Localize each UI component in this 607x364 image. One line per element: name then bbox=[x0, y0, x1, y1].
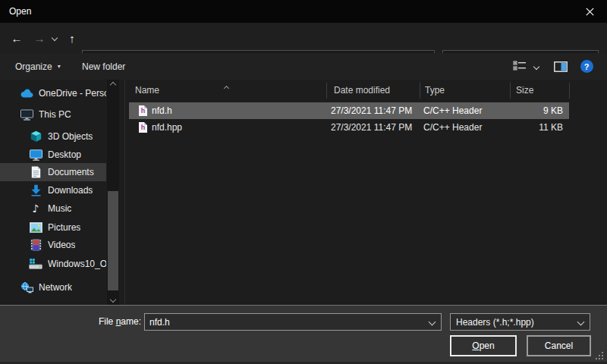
navigation-bar: ← → ↑ « GitHub › nativefiledialog › src … bbox=[0, 23, 607, 53]
chevron-down-icon bbox=[577, 318, 585, 326]
window-title: Open bbox=[9, 6, 31, 17]
sidebar-item-onedrive[interactable]: OneDrive - Persor bbox=[0, 84, 106, 102]
file-type-value: Headers (*.h;*.hpp) bbox=[451, 317, 534, 328]
back-icon: ← bbox=[11, 32, 23, 45]
header-file-icon: h bbox=[139, 105, 147, 116]
main-area: OneDrive - Persor This PC 3D Objects Des… bbox=[0, 80, 607, 305]
file-name-combobox[interactable] bbox=[144, 313, 442, 331]
titlebar: Open bbox=[0, 0, 607, 23]
help-button[interactable]: ? bbox=[577, 53, 596, 80]
onedrive-cloud-icon bbox=[20, 89, 33, 98]
sidebar-item-label: OneDrive - Persor bbox=[39, 88, 106, 99]
dropdown-arrow-icon: ▾ bbox=[58, 63, 61, 70]
scroll-down-button[interactable] bbox=[107, 294, 119, 305]
file-row-nfd-hpp[interactable]: h nfd.hpp 27/3/2021 11:47 PM C/C++ Heade… bbox=[129, 119, 569, 136]
preview-pane-button[interactable] bbox=[551, 53, 571, 80]
pictures-icon bbox=[29, 222, 42, 233]
sidebar-item-downloads[interactable]: Downloads bbox=[0, 181, 106, 199]
sidebar-item-3d-objects[interactable]: 3D Objects bbox=[0, 127, 106, 146]
back-button[interactable]: ← bbox=[6, 23, 27, 53]
column-divider[interactable] bbox=[510, 83, 511, 99]
sidebar-item-documents[interactable]: Documents bbox=[0, 163, 106, 181]
file-date-modified: 27/3/2021 11:47 PM bbox=[331, 102, 412, 119]
file-size: 9 KB bbox=[508, 102, 563, 119]
column-headers: Name Date modified Type Size bbox=[125, 80, 607, 102]
recent-locations-button[interactable] bbox=[49, 23, 61, 53]
sidebar-item-music[interactable]: ♪ Music bbox=[0, 199, 106, 218]
sidebar-item-label: Music bbox=[48, 203, 71, 214]
header-file-icon: h bbox=[139, 122, 147, 133]
3d-objects-icon bbox=[29, 130, 42, 143]
file-name: nfd.hpp bbox=[152, 122, 182, 133]
sidebar-item-label: Desktop bbox=[48, 149, 81, 160]
column-header-type[interactable]: Type bbox=[425, 80, 445, 102]
new-folder-button[interactable]: New folder bbox=[82, 53, 125, 80]
sidebar-item-this-pc[interactable]: This PC bbox=[0, 105, 106, 124]
file-row-nfd-h[interactable]: h nfd.h 27/3/2021 11:47 PM C/C++ Header … bbox=[129, 102, 569, 119]
chevron-down-icon bbox=[429, 318, 436, 326]
sidebar-item-label: Downloads bbox=[48, 185, 93, 196]
organize-label: Organize bbox=[15, 61, 52, 72]
sidebar-scrollbar[interactable] bbox=[107, 80, 119, 305]
resize-grip[interactable] bbox=[596, 352, 603, 359]
file-name-label: File name: bbox=[53, 313, 141, 331]
sidebar-item-videos[interactable]: Videos bbox=[0, 236, 106, 254]
os-drive-icon bbox=[29, 258, 42, 270]
downloads-icon bbox=[29, 184, 42, 196]
sidebar-item-pictures[interactable]: Pictures bbox=[0, 218, 106, 237]
music-icon: ♪ bbox=[29, 202, 42, 215]
videos-icon bbox=[29, 239, 42, 251]
sidebar-item-label: Pictures bbox=[48, 222, 80, 233]
sidebar-item-network[interactable]: Network bbox=[0, 278, 106, 297]
chevron-down-icon bbox=[533, 63, 539, 69]
file-type: C/C++ Header bbox=[423, 102, 482, 119]
cancel-button[interactable]: Cancel bbox=[527, 335, 591, 356]
new-folder-label: New folder bbox=[82, 61, 125, 72]
column-divider[interactable] bbox=[420, 83, 420, 99]
file-type: C/C++ Header bbox=[423, 119, 482, 136]
scrollbar-thumb[interactable] bbox=[108, 191, 118, 290]
view-mode-button[interactable] bbox=[510, 53, 530, 80]
scroll-up-button[interactable] bbox=[107, 80, 119, 90]
sidebar-item-label: Documents bbox=[48, 167, 94, 177]
file-list: Name Date modified Type Size h nfd.h 27/… bbox=[125, 80, 607, 305]
chevron-down-icon bbox=[110, 297, 116, 303]
preview-pane-icon bbox=[554, 61, 568, 72]
column-header-date-modified[interactable]: Date modified bbox=[334, 80, 390, 102]
file-name-input[interactable] bbox=[145, 317, 429, 328]
chevron-down-icon bbox=[52, 35, 58, 41]
help-icon: ? bbox=[580, 60, 593, 73]
up-icon: ↑ bbox=[69, 32, 75, 45]
sidebar-item-windows10-os[interactable]: Windows10_OS ( bbox=[0, 255, 106, 273]
column-divider[interactable] bbox=[569, 83, 570, 99]
open-file-dialog: Open ← → ↑ « GitHub › nativefiledialog ›… bbox=[0, 0, 607, 364]
view-mode-dropdown-button[interactable] bbox=[530, 53, 543, 80]
file-date-modified: 27/3/2021 11:47 PM bbox=[331, 119, 412, 136]
forward-button[interactable]: → bbox=[29, 23, 50, 53]
documents-icon bbox=[29, 166, 42, 178]
this-pc-icon bbox=[20, 109, 33, 121]
open-button[interactable]: Open bbox=[450, 335, 517, 356]
sidebar-item-desktop[interactable]: Desktop bbox=[0, 146, 106, 164]
file-name: nfd.h bbox=[152, 105, 172, 116]
column-header-name[interactable]: Name bbox=[135, 80, 159, 102]
footer-panel: File name: Headers (*.h;*.hpp) Open Canc… bbox=[0, 305, 607, 364]
network-icon bbox=[20, 282, 33, 293]
file-size: 11 KB bbox=[508, 119, 563, 136]
sidebar-item-label: 3D Objects bbox=[48, 131, 93, 142]
file-type-combobox[interactable]: Headers (*.h;*.hpp) bbox=[450, 313, 590, 331]
cancel-button-label: Cancel bbox=[545, 340, 573, 351]
sidebar-item-label: Windows10_OS ( bbox=[48, 259, 106, 269]
up-button[interactable]: ↑ bbox=[62, 23, 82, 53]
column-header-size[interactable]: Size bbox=[516, 80, 533, 102]
close-button[interactable] bbox=[573, 0, 607, 23]
sidebar-item-label: Videos bbox=[48, 240, 75, 250]
sidebar-item-label: This PC bbox=[39, 109, 71, 120]
desktop-icon bbox=[29, 149, 42, 161]
organize-button[interactable]: Organize ▾ bbox=[15, 53, 61, 80]
open-button-label: Open bbox=[472, 340, 494, 351]
sidebar-item-label: Network bbox=[39, 282, 72, 293]
column-divider[interactable] bbox=[326, 83, 327, 99]
list-view-icon bbox=[513, 61, 527, 72]
sort-ascending-icon bbox=[225, 82, 228, 93]
